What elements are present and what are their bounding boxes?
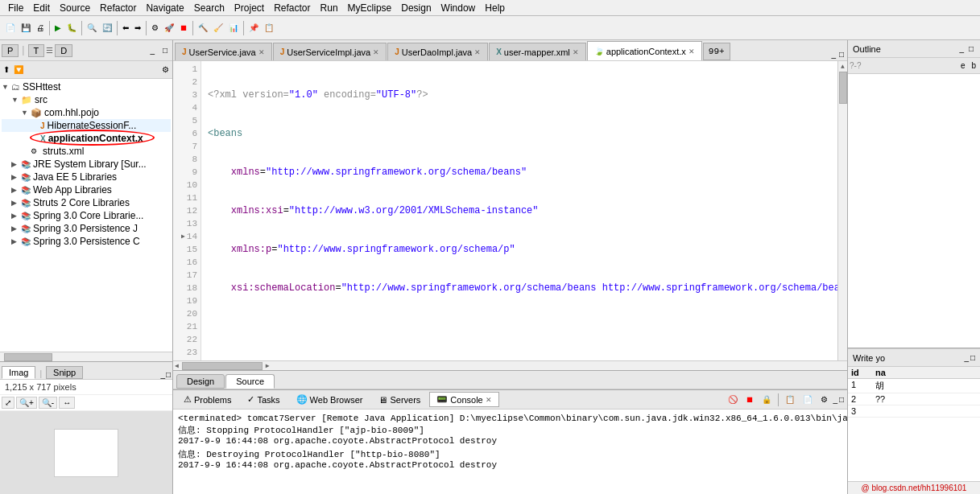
tree-item-spring30pj[interactable]: ▶ 📚 Spring 3.0 Persistence J — [2, 222, 171, 235]
toolbar-search-btn[interactable]: 🔍 — [85, 21, 99, 35]
editor-maximize-btn[interactable]: □ — [837, 48, 846, 60]
tree-hscroll-thumb[interactable] — [4, 353, 52, 361]
tree-item-spring30pc[interactable]: ▶ 📚 Spring 3.0 Persistence C — [2, 235, 171, 248]
toolbar-stop-btn[interactable]: ⏹ — [177, 21, 190, 35]
console-tab-servers[interactable]: 🖥 Servers — [371, 393, 428, 407]
tree-item-webapp[interactable]: ▶ 📚 Web App Libraries — [2, 183, 171, 196]
tree-item-struts[interactable]: ⚙ struts.xml — [2, 145, 171, 158]
vscroll-thumb[interactable] — [839, 72, 847, 104]
console-clear-btn[interactable]: 🚫 — [725, 393, 741, 405]
menu-design[interactable]: Design — [396, 2, 436, 14]
tab-design[interactable]: Design — [176, 374, 225, 389]
panel-maximize-btn[interactable]: □ — [159, 44, 171, 56]
tab-snipp[interactable]: Snipp — [46, 366, 83, 379]
toolbar-new-btn[interactable]: 📄 — [3, 21, 18, 35]
editor-tab-userserviceimpl[interactable]: J UserServiceImpl.java ✕ — [273, 43, 387, 60]
vscroll-up-btn[interactable]: ▲ — [839, 61, 846, 72]
console-close-icon[interactable]: ✕ — [486, 396, 492, 404]
console-stop-btn[interactable]: ⏹ — [742, 393, 757, 405]
toolbar-settings-btn[interactable]: ⚙ — [149, 21, 161, 35]
tab-imag[interactable]: Imag — [2, 366, 35, 379]
more-tabs-btn[interactable]: 99+ — [703, 43, 730, 60]
editor-tab-appcontext[interactable]: 🍃 applicationContext.x ✕ — [587, 41, 702, 60]
code-vscroll[interactable]: ▲ — [837, 61, 847, 360]
console-paste-btn[interactable]: 📄 — [800, 393, 816, 405]
toolbar-clean-btn[interactable]: 🧹 — [211, 21, 225, 35]
tree-item-pojo[interactable]: ▼ 📦 com.hhl.pojo — [2, 106, 171, 119]
image-zoom-in-btn[interactable]: 🔍+ — [16, 397, 37, 409]
menu-navigate[interactable]: Navigate — [141, 2, 188, 14]
close-icon-5[interactable]: ✕ — [688, 47, 695, 56]
toolbar-deploy-btn[interactable]: 🚀 — [162, 21, 176, 35]
menu-refactor[interactable]: Refactor — [95, 2, 141, 14]
close-icon-4[interactable]: ✕ — [573, 48, 579, 56]
code-hscroll[interactable]: ◀ ▶ — [173, 360, 847, 370]
panel-tab-t[interactable]: T — [28, 44, 45, 57]
toolbar-print-btn[interactable]: 🖨 — [34, 21, 47, 35]
toolbar-extra1-btn[interactable]: 📌 — [246, 21, 261, 35]
toolbar-next-btn[interactable]: ➡ — [132, 21, 143, 35]
menu-file[interactable]: File — [3, 2, 28, 14]
console-tab-problems[interactable]: ⚠ Problems — [176, 392, 238, 407]
tree-item-javaee[interactable]: ▶ 📚 Java EE 5 Libraries — [2, 171, 171, 183]
toolbar-prev-btn[interactable]: ⬅ — [120, 21, 131, 35]
menu-source[interactable]: Source — [55, 2, 95, 14]
menu-run[interactable]: Run — [316, 2, 343, 14]
tree-item-spring30core[interactable]: ▶ 📚 Spring 3.0 Core Librarie... — [2, 209, 171, 222]
tree-item-appcontext[interactable]: X applicationContext.x — [2, 132, 171, 145]
panel-minimize-btn[interactable]: _ — [147, 44, 158, 56]
toolbar-profile-btn[interactable]: 📊 — [226, 21, 241, 35]
toolbar-run-btn[interactable]: ▶ — [52, 21, 64, 35]
tab-source[interactable]: Source — [225, 374, 275, 389]
console-minimize-btn[interactable]: _ — [833, 395, 837, 404]
code-content[interactable]: <?xml version="1.0" encoding="UTF-8"?> <… — [201, 61, 837, 360]
console-content[interactable]: <terminated> tomcat7Server [Remote Java … — [173, 410, 847, 494]
editor-minimize-btn[interactable]: _ — [829, 48, 837, 60]
editor-tab-usermapper[interactable]: X user-mapper.xml ✕ — [489, 43, 586, 60]
image-size-btn[interactable]: ↔ — [59, 397, 75, 409]
outline-minimize-btn[interactable]: _ — [957, 44, 966, 53]
blog-link[interactable]: @ blog.csdn.net/hh11996101 — [848, 481, 980, 494]
console-tab-console[interactable]: 📟 Console ✕ — [429, 392, 498, 407]
panel-tab-p[interactable]: P — [2, 44, 19, 57]
write-minimize-btn[interactable]: _ — [964, 353, 969, 362]
menu-project[interactable]: Project — [229, 2, 269, 14]
console-tab-tasks[interactable]: ✓ Tasks — [240, 392, 287, 407]
console-settings-btn[interactable]: ⚙ — [817, 393, 831, 405]
toolbar-save-btn[interactable]: 💾 — [19, 21, 33, 35]
close-icon-2[interactable]: ✕ — [373, 48, 379, 56]
editor-tab-userservice[interactable]: J UserService.java ✕ — [175, 43, 272, 60]
console-copy-btn[interactable]: 📋 — [782, 393, 798, 405]
write-maximize-btn[interactable]: □ — [970, 353, 975, 362]
toolbar-build-btn[interactable]: 🔨 — [196, 21, 210, 35]
menu-myeclipse[interactable]: MyEclipse — [343, 2, 397, 14]
toolbar-debug-btn[interactable]: 🐛 — [64, 21, 79, 35]
menu-edit[interactable]: Edit — [28, 2, 55, 14]
outline-maximize-btn[interactable]: □ — [967, 44, 975, 53]
tree-settings-btn[interactable]: ⚙ — [160, 64, 171, 76]
panel-tab-d[interactable]: D — [55, 44, 72, 57]
tree-filter-btn[interactable]: 🔽 — [12, 64, 25, 76]
editor-tab-userdaoimpl[interactable]: J UserDaoImpl.java ✕ — [387, 43, 488, 60]
tree-hscroll[interactable] — [0, 352, 172, 361]
menu-refactor2[interactable]: Refactor — [269, 2, 315, 14]
outline-ctrl2-btn[interactable]: b — [969, 60, 978, 72]
toolbar-refresh-btn[interactable]: 🔄 — [100, 21, 114, 35]
outline-ctrl1-btn[interactable]: e — [958, 60, 968, 72]
bottom-maximize-btn[interactable]: □ — [166, 370, 171, 379]
menu-search[interactable]: Search — [189, 2, 229, 14]
tree-item-src[interactable]: ▼ 📁 src — [2, 93, 171, 106]
console-scroll-lock-btn[interactable]: 🔒 — [759, 393, 775, 405]
hscroll-thumb[interactable] — [182, 362, 263, 370]
image-zoom-out-btn[interactable]: 🔍- — [39, 397, 57, 409]
tree-collapse-btn[interactable]: ⬆ — [2, 64, 11, 76]
console-maximize-btn[interactable]: □ — [839, 395, 844, 404]
tree-item-sshttp[interactable]: ▼ 🗂 SSHttest — [2, 80, 171, 93]
menu-window[interactable]: Window — [436, 2, 481, 14]
tree-item-struts2[interactable]: ▶ 📚 Struts 2 Core Libraries — [2, 196, 171, 209]
image-fit-btn[interactable]: ⤢ — [2, 397, 14, 409]
tree-item-jre[interactable]: ▶ 📚 JRE System Library [Sur... — [2, 158, 171, 171]
close-icon-1[interactable]: ✕ — [258, 48, 265, 56]
bottom-minimize-btn[interactable]: _ — [160, 370, 165, 379]
console-tab-webbrowser[interactable]: 🌐 Web Browser — [289, 392, 370, 407]
